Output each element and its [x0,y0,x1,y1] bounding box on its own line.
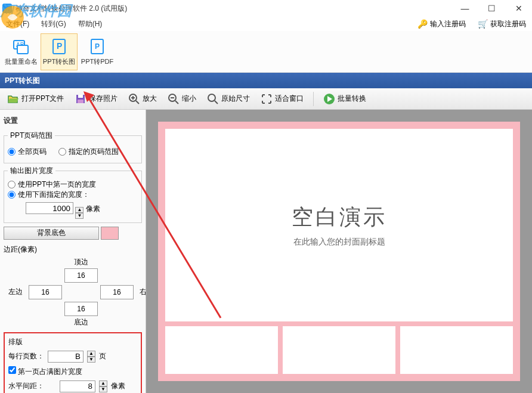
ribbon-batch-rename[interactable]: AB 批量重命名 [2,33,39,70]
preview-thumb [400,326,513,374]
preview-container: 空白演示 在此输入您的封面副标题 [158,122,520,381]
spinner-down[interactable]: ▼ [99,386,107,392]
ribbon-ppt2pdf[interactable]: P PPT转PDF [79,33,116,70]
radio-use-first-width[interactable]: 使用PPT中第一页的宽度 [8,180,138,190]
maximize-button[interactable]: ☐ [478,0,505,17]
zoom-out-button[interactable]: 缩小 [164,91,200,107]
tab-bar: PPT转长图 [0,73,532,88]
batch-convert-button[interactable]: 批量转换 [320,91,370,107]
pdf-icon: P [88,37,107,56]
page-range-fieldset: PPT页码范围 全部页码 指定的页码范围 [4,131,142,163]
spinner-down[interactable]: ▼ [87,357,95,363]
preview-thumb [165,326,278,374]
width-input[interactable] [26,202,73,214]
app-icon [2,4,12,13]
preview-subtitle: 在此输入您的封面副标题 [293,237,385,247]
preview-area: 空白演示 在此输入您的封面副标题 [146,110,532,393]
output-width-fieldset: 输出图片宽度 使用PPT中第一页的宽度 使用下面指定的宽度： ▲▼ 像素 [4,166,142,223]
fit-window-icon [261,93,273,105]
svg-text:P: P [57,41,62,51]
margin-group: 边距(像素) 顶边 左边 右边 底边 [4,245,142,327]
radio-all-pages[interactable]: 全部页码 [8,147,47,157]
pages-per-row-input[interactable] [48,351,83,363]
zoom-in-icon [128,93,140,105]
menu-bar: 文件(F) 转到(G) 帮助(H) 🔑 输入注册码 🛒 获取注册码 [0,17,532,31]
spinner-up[interactable]: ▲ [99,380,107,386]
svg-rect-10 [78,100,83,103]
open-ppt-button[interactable]: 打开PPT文件 [4,91,67,107]
tab-title: PPT转长图 [5,76,40,86]
spinner-down[interactable]: ▼ [75,213,83,219]
ribbon-ppt2img[interactable]: P PPT转长图 [41,33,78,70]
preview-title: 空白演示 [292,203,387,232]
zoom-out-icon [168,93,180,105]
margin-bottom-input[interactable] [64,302,98,316]
first-page-full-checkbox[interactable]: 第一页占满图片宽度 [8,366,82,377]
settings-title: 设置 [4,113,142,128]
play-icon [323,93,335,105]
bgcolor-button[interactable]: 背景底色 [4,227,99,240]
toolbar: 打开PPT文件 保存照片 放大 缩小 原始尺寸 适合窗口 批量转换 [0,88,532,110]
margin-top-input[interactable] [64,268,98,283]
ribbon-toolbar: AB 批量重命名 P PPT转长图 P PPT转PDF [0,31,532,73]
minimize-button[interactable]: — [451,0,478,17]
original-size-icon [207,93,219,105]
save-photo-button[interactable]: 保存照片 [71,91,121,107]
fit-window-button[interactable]: 适合窗口 [257,91,307,107]
save-icon [75,93,86,105]
svg-point-18 [208,94,215,101]
register-link[interactable]: 🔑 输入注册码 [417,19,466,29]
spinner-up[interactable]: ▲ [75,207,83,213]
spinner-up[interactable]: ▲ [87,351,95,357]
window-title-bar: 神奇文档转换处理软件 2.0 (试用版) — ☐ ✕ [0,0,532,17]
radio-use-specified-width[interactable]: 使用下面指定的宽度： [8,190,138,200]
svg-rect-9 [78,95,83,98]
svg-line-19 [215,101,218,104]
getcode-link[interactable]: 🛒 获取注册码 [478,19,526,29]
radio-specified-pages[interactable]: 指定的页码范围 [58,147,119,157]
key-icon: 🔑 [417,19,428,29]
close-button[interactable]: ✕ [505,0,532,17]
window-title: 神奇文档转换处理软件 2.0 (试用版) [16,4,127,14]
margin-right-input[interactable] [100,285,134,299]
margin-left-input[interactable] [29,285,62,299]
svg-line-12 [136,101,139,104]
svg-rect-3 [17,45,28,54]
color-swatch[interactable] [101,227,119,240]
hspacing-input[interactable] [60,380,95,392]
cart-icon: 🛒 [478,19,488,29]
rename-icon: AB [11,37,30,56]
settings-sidebar: 设置 PPT页码范围 全部页码 指定的页码范围 输出图片宽度 使用PPT中第一页… [0,110,146,393]
layout-fieldset: 排版 每行页数： ▲▼ 页 第一页占满图片宽度 水平间距： ▲▼ 像素 垂直间距… [4,332,142,393]
ppt-icon: P [50,37,69,56]
original-size-button[interactable]: 原始尺寸 [203,91,253,107]
preview-thumb [283,326,395,374]
zoom-in-button[interactable]: 放大 [125,91,160,107]
preview-main-slide: 空白演示 在此输入您的封面副标题 [165,129,513,321]
folder-open-icon [7,93,19,105]
svg-text:P: P [95,42,100,51]
svg-line-16 [175,101,178,104]
menu-goto[interactable]: 转到(G) [41,19,66,29]
menu-help[interactable]: 帮助(H) [78,19,103,29]
menu-file[interactable]: 文件(F) [6,19,29,29]
